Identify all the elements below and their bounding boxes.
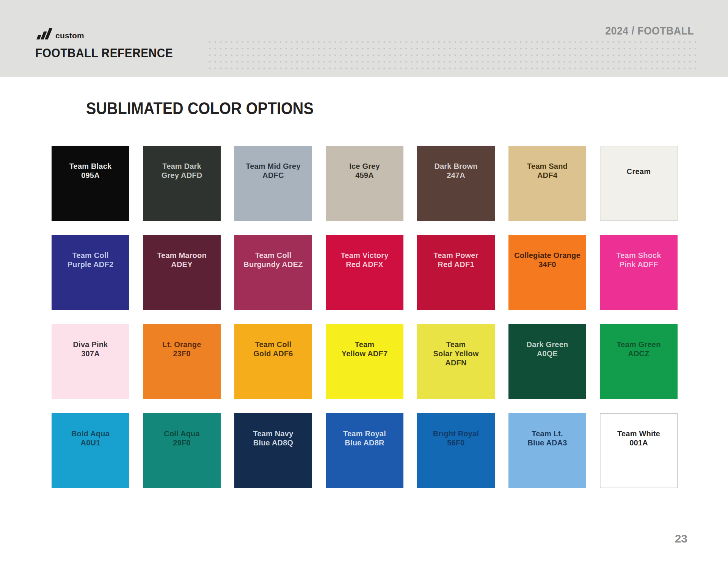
color-swatch: Team Coll Burgundy ADEZ [234, 235, 312, 310]
swatch-label: Diva Pink 307A [73, 324, 108, 358]
swatch-label: Dark Brown 247A [434, 146, 477, 180]
color-swatch: Dark Brown 247A [417, 146, 495, 221]
swatch-label: Team Mid Grey ADFC [246, 146, 301, 180]
color-swatch: Team Power Red ADF1 [417, 235, 495, 310]
color-swatch: Team Navy Blue AD8Q [234, 413, 312, 488]
brand-logo-group: custom [35, 27, 84, 40]
swatch-label: Collegiate Orange 34F0 [514, 235, 581, 269]
adidas-logo-icon [35, 27, 53, 40]
color-swatch: Team Dark Grey ADFD [143, 146, 221, 221]
color-swatch: Bright Royal 56F0 [417, 413, 495, 488]
color-swatch: Collegiate Orange 34F0 [508, 235, 586, 310]
swatch-label: Team Power Red ADF1 [433, 235, 478, 269]
catalog-page: { "page": { "background": "#ffffff", "pa… [0, 0, 728, 563]
page-title-text: FOOTBALL REFERENCE [35, 46, 173, 60]
color-swatch: Team Shock Pink ADFF [600, 235, 678, 310]
color-swatch: Team Royal Blue AD8R [326, 413, 403, 488]
swatch-label: Team Maroon ADEY [157, 235, 207, 269]
color-swatch: Diva Pink 307A [52, 324, 129, 399]
color-swatch: Lt. Orange 23F0 [143, 324, 221, 399]
swatch-label: Team Coll Purple ADF2 [67, 235, 113, 269]
swatch-label: Coll Aqua 29F0 [164, 413, 199, 447]
color-swatch: Dark Green A0QE [508, 324, 586, 399]
color-swatch: Team Coll Purple ADF2 [52, 235, 129, 310]
color-swatch: Team Yellow ADF7 [326, 324, 403, 399]
swatch-label: Bold Aqua A0U1 [71, 413, 110, 447]
swatch-label: Team Coll Gold ADF6 [253, 324, 293, 358]
color-swatch: Team Solar Yellow ADFN [417, 324, 495, 399]
color-swatch: Coll Aqua 29F0 [143, 413, 221, 488]
page-title: FOOTBALL REFERENCE [35, 46, 192, 60]
color-swatch: Team Victory Red ADFX [326, 235, 403, 310]
color-swatch: Cream [600, 146, 678, 221]
page-number: 23 [675, 532, 687, 545]
swatch-label: Team Victory Red ADFX [340, 235, 388, 269]
color-swatch: Bold Aqua A0U1 [52, 413, 129, 488]
season-label: 2024 / FOOTBALL [598, 25, 694, 37]
swatch-label: Dark Green A0QE [527, 324, 568, 358]
swatch-grid: Team Black 095A Team Dark Grey ADFD Team… [52, 146, 678, 488]
swatch-label: Team Dark Grey ADFD [162, 146, 202, 180]
season-label-text: 2024 / FOOTBALL [605, 25, 694, 37]
swatch-label: Team Green ADCZ [617, 324, 661, 358]
header-band: custom FOOTBALL REFERENCE 2024 / FOOTBAL… [0, 0, 728, 77]
swatch-label: Lt. Orange 23F0 [162, 324, 201, 358]
color-swatch: Team Mid Grey ADFC [234, 146, 312, 221]
swatch-label: Team Solar Yellow ADFN [433, 324, 479, 367]
color-swatch: Team Black 095A [52, 146, 129, 221]
color-swatch: Team Sand ADF4 [508, 146, 586, 221]
swatch-label: Bright Royal 56F0 [433, 413, 479, 447]
swatch-label: Team Coll Burgundy ADEZ [243, 235, 303, 269]
swatch-label: Cream [627, 146, 651, 176]
color-swatch: Team White 001A [600, 413, 678, 488]
swatch-label: Team Black 095A [69, 146, 112, 180]
brand-custom-label: custom [55, 31, 84, 40]
swatch-label: Team Navy Blue AD8Q [253, 413, 293, 447]
color-swatch: Team Coll Gold ADF6 [234, 324, 312, 399]
color-swatch: Team Maroon ADEY [143, 235, 221, 310]
section-heading-text: SUBLIMATED COLOR OPTIONS [86, 99, 314, 118]
color-swatch: Team Lt. Blue ADA3 [508, 413, 586, 488]
swatch-label: Team Sand ADF4 [527, 146, 568, 180]
section-heading: SUBLIMATED COLOR OPTIONS [86, 99, 339, 118]
swatch-label: Team Shock Pink ADFF [616, 235, 661, 269]
dot-pattern [207, 39, 699, 72]
swatch-label: Team Lt. Blue ADA3 [527, 413, 567, 447]
swatch-label: Team White 001A [617, 413, 660, 447]
swatch-label: Team Royal Blue AD8R [343, 413, 386, 447]
swatch-label: Ice Grey 459A [349, 146, 380, 180]
swatch-label: Team Yellow ADF7 [342, 324, 388, 358]
color-swatch: Ice Grey 459A [326, 146, 403, 221]
color-swatch: Team Green ADCZ [600, 324, 678, 399]
